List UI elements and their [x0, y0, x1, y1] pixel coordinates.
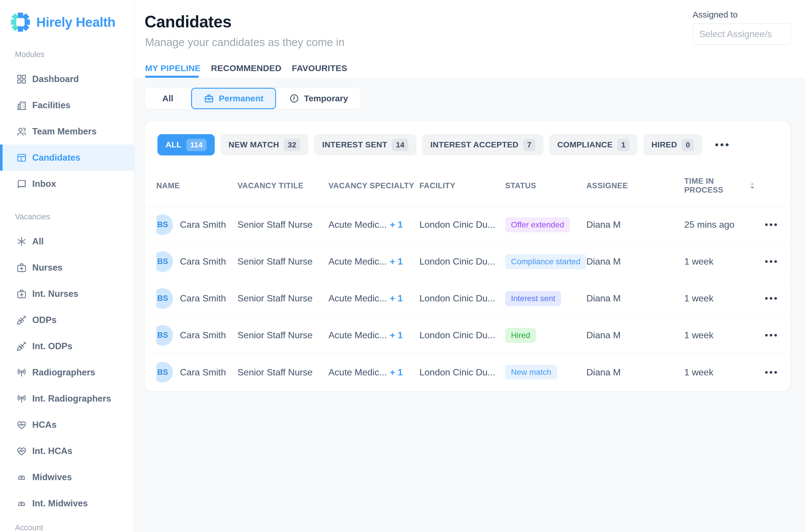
view-tab[interactable]: RECOMMENDED — [211, 63, 282, 78]
sidebar-item[interactable]: Int. Nurses — [0, 281, 134, 307]
view-tab-label: FAVOURITES — [292, 63, 347, 73]
candidate-name-cell: BS Cara Smith — [156, 251, 237, 272]
status-pill[interactable]: COMPLIANCE 1 — [549, 134, 638, 155]
table-row[interactable]: BS Cara Smith Senior Staff Nurse Acute M… — [145, 317, 790, 354]
page-header: Candidates Manage your candidates as the… — [134, 0, 806, 78]
status-cell: Interest sent — [505, 291, 587, 306]
sidebar-item[interactable]: Facilities — [0, 92, 134, 118]
vacancy-specialty-cell: Acute Medic...+ 1 — [328, 256, 419, 267]
status-pill-label: COMPLIANCE — [557, 140, 613, 149]
more-statuses-icon[interactable] — [715, 144, 729, 146]
contract-type-segment[interactable]: Permanent — [191, 88, 276, 109]
status-pill-label: ALL — [166, 140, 181, 149]
table-row[interactable]: BS Cara Smith Senior Staff Nurse Acute M… — [145, 354, 790, 391]
sidebar-item-label: Int. ODPs — [32, 341, 73, 352]
avatar: BS — [156, 288, 173, 309]
column-header-facility: FACILITY — [419, 182, 505, 190]
column-header-time-in-process: TIME IN PROCESS — [684, 177, 755, 195]
table-row[interactable]: BS Cara Smith Senior Staff Nurse Acute M… — [145, 243, 790, 280]
specialty-more-count[interactable]: + 1 — [390, 293, 403, 303]
sidebar-section-label-account: Account — [0, 524, 134, 532]
segment-label: Permanent — [219, 94, 263, 103]
sidebar-item[interactable]: Dashboard — [0, 66, 134, 92]
vacancy-specialty-cell: Acute Medic...+ 1 — [328, 330, 419, 341]
sidebar-item-icon — [16, 152, 27, 163]
sidebar-item-icon — [16, 498, 27, 509]
status-pill[interactable]: HIRED 0 — [644, 134, 702, 155]
time-in-process-cell: 1 week — [684, 367, 755, 378]
table-row[interactable]: BS Cara Smith Senior Staff Nurse Acute M… — [145, 280, 790, 317]
facility-cell: London Cinic Du... — [419, 330, 505, 341]
candidate-name: Cara Smith — [180, 367, 226, 378]
status-badge: Hired — [505, 328, 536, 343]
sidebar-item-label: Team Members — [32, 126, 96, 137]
table-header-row: NAME VACANCY TITILE VACANCY SPECIALTY FA… — [145, 177, 790, 206]
sidebar-item[interactable]: Team Members — [0, 118, 134, 145]
status-pill[interactable]: INTEREST SENT 14 — [314, 134, 417, 155]
view-tab-label: RECOMMENDED — [211, 63, 282, 73]
sidebar-item[interactable]: Inbox — [0, 171, 134, 197]
sort-icon[interactable] — [750, 182, 755, 190]
sidebar-item[interactable]: HCAs — [0, 412, 134, 438]
specialty-text: Acute Medic... — [328, 293, 387, 303]
sidebar-item-icon — [16, 367, 27, 378]
table-row[interactable]: BS Cara Smith Senior Staff Nurse Acute M… — [145, 206, 790, 243]
specialty-text: Acute Medic... — [328, 330, 387, 340]
row-menu-icon[interactable] — [755, 297, 784, 300]
facility-cell: London Cinic Du... — [419, 293, 505, 304]
status-pill[interactable]: NEW MATCH 32 — [220, 134, 308, 155]
facility-cell: London Cinic Du... — [419, 220, 505, 230]
view-tab[interactable]: MY PIPELINE — [145, 63, 200, 78]
column-header-name: NAME — [156, 182, 237, 190]
brand-name: Hirely Health — [36, 14, 115, 30]
sidebar-item[interactable]: Candidates — [0, 145, 134, 171]
status-cell: Hired — [505, 328, 587, 343]
sidebar-item[interactable]: Radiographers — [0, 359, 134, 385]
candidate-name: Cara Smith — [180, 256, 226, 267]
sidebar-item[interactable]: Int. HCAs — [0, 438, 134, 464]
sidebar-vacancies-nav: All Nurses Int. Nurses ODPs — [0, 228, 134, 516]
brand-logo[interactable]: Hirely Health — [0, 0, 134, 32]
sidebar-item[interactable]: Int. Midwives — [0, 490, 134, 516]
sidebar-item-icon — [16, 100, 27, 111]
candidate-name: Cara Smith — [180, 220, 226, 230]
status-pill-count: 32 — [284, 139, 301, 151]
contract-type-segment[interactable]: All — [145, 88, 191, 109]
facility-cell: London Cinic Du... — [419, 367, 505, 378]
sidebar-item-icon — [16, 419, 27, 430]
status-pill[interactable]: ALL 114 — [157, 134, 215, 155]
sidebar-item[interactable]: Midwives — [0, 464, 134, 490]
view-tab-label: MY PIPELINE — [145, 63, 200, 73]
sidebar: Hirely Health Modules Dashboard Faciliti… — [0, 0, 134, 532]
status-pill-label: INTEREST ACCEPTED — [430, 140, 518, 149]
status-cell: New match — [505, 365, 587, 380]
specialty-text: Acute Medic... — [328, 220, 387, 230]
row-menu-icon[interactable] — [755, 223, 784, 226]
sidebar-item-icon — [16, 262, 27, 273]
sidebar-item[interactable]: All — [0, 228, 134, 254]
assignee-select-input[interactable] — [693, 24, 791, 45]
row-menu-icon[interactable] — [755, 371, 784, 374]
specialty-more-count[interactable]: + 1 — [390, 220, 403, 230]
status-pill[interactable]: INTEREST ACCEPTED 7 — [422, 134, 543, 155]
row-menu-icon[interactable] — [755, 334, 784, 337]
contract-type-segment[interactable]: Temporary — [276, 88, 361, 109]
row-menu-icon[interactable] — [755, 260, 784, 263]
specialty-more-count[interactable]: + 1 — [390, 256, 403, 267]
view-tab[interactable]: FAVOURITES — [292, 63, 347, 78]
status-pill-count: 7 — [523, 139, 535, 151]
status-cell: Offer extended — [505, 217, 587, 232]
sidebar-item[interactable]: Nurses — [0, 254, 134, 281]
sidebar-item-icon — [16, 315, 27, 326]
vacancy-title-cell: Senior Staff Nurse — [237, 293, 328, 304]
column-header-vacancy-specialty: VACANCY SPECIALTY — [328, 182, 419, 190]
sidebar-item[interactable]: ODPs — [0, 307, 134, 333]
status-badge: Offer extended — [505, 217, 570, 232]
sidebar-item-label: Int. HCAs — [32, 446, 73, 456]
specialty-more-count[interactable]: + 1 — [390, 330, 403, 340]
vacancy-title-cell: Senior Staff Nurse — [237, 220, 328, 230]
specialty-more-count[interactable]: + 1 — [390, 367, 403, 377]
sidebar-item-icon — [16, 445, 27, 457]
sidebar-item[interactable]: Int. Radiographers — [0, 385, 134, 412]
sidebar-item[interactable]: Int. ODPs — [0, 333, 134, 359]
